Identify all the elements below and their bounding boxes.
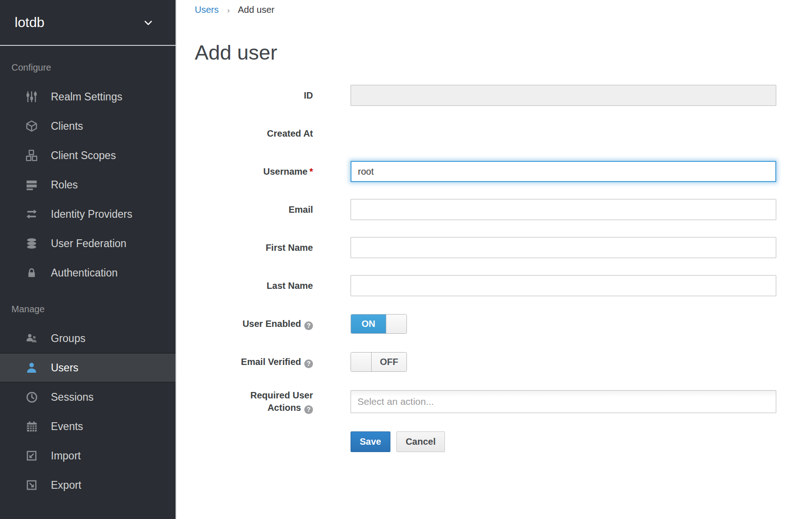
export-icon <box>24 478 39 492</box>
id-label: ID <box>195 89 313 102</box>
username-label: Username* <box>195 166 313 178</box>
sidebar-item-user-federation[interactable]: User Federation <box>0 229 176 258</box>
sidebar-item-sessions[interactable]: Sessions <box>0 382 176 412</box>
user-enabled-field-row: User Enabled? ON <box>195 313 812 334</box>
sidebar-item-events[interactable]: Events <box>0 412 176 441</box>
sidebar-item-label: Identity Providers <box>51 208 132 221</box>
sidebar-item-label: Realm Settings <box>51 91 122 103</box>
sidebar-item-identity-providers[interactable]: Identity Providers <box>0 199 176 229</box>
database-icon <box>24 236 39 251</box>
sidebar-item-import[interactable]: Import <box>0 441 176 470</box>
created-at-field-row: Created At <box>195 123 812 144</box>
chevron-down-icon <box>143 17 154 28</box>
sidebar-item-label: Users <box>51 362 78 374</box>
cubes-icon <box>24 148 39 163</box>
created-at-label: Created At <box>195 127 313 140</box>
help-icon[interactable]: ? <box>304 359 313 368</box>
email-verified-field-row: Email Verified? OFF <box>195 351 812 372</box>
sidebar-item-label: Authentication <box>51 267 118 279</box>
user-enabled-label: User Enabled? <box>195 318 313 330</box>
page-title: Add user <box>195 41 812 65</box>
toggle-handle <box>386 315 406 333</box>
help-icon[interactable]: ? <box>304 321 313 330</box>
lock-icon <box>24 265 39 280</box>
id-field-row: ID <box>195 85 812 106</box>
list-bars-icon <box>24 177 39 192</box>
breadcrumb: Users › Add user <box>176 0 812 15</box>
sidebar-item-label: Clients <box>51 120 83 133</box>
realm-name: lotdb <box>15 15 44 30</box>
users-group-icon <box>24 331 39 346</box>
sidebar-item-label: Sessions <box>51 391 93 403</box>
sidebar-item-label: Client Scopes <box>51 149 116 162</box>
sidebar-item-label: Import <box>51 450 81 462</box>
save-button[interactable]: Save <box>351 431 390 452</box>
sidebar-item-groups[interactable]: Groups <box>0 324 176 353</box>
id-input <box>351 85 776 106</box>
username-field-row: Username* <box>195 161 812 182</box>
clock-icon <box>24 390 39 404</box>
sidebar-item-label: Export <box>51 479 81 491</box>
sidebar-item-export[interactable]: Export <box>0 470 176 500</box>
breadcrumb-separator: › <box>227 6 230 15</box>
email-verified-label: Email Verified? <box>195 356 313 368</box>
first-name-label: First Name <box>195 242 313 254</box>
required-actions-label: Required User Actions? <box>226 389 313 414</box>
email-input[interactable] <box>351 199 776 220</box>
toggle-on-label: ON <box>351 315 386 333</box>
exchange-arrows-icon <box>24 207 39 221</box>
sidebar-item-label: User Federation <box>51 237 126 250</box>
sidebar-item-label: Groups <box>51 332 85 345</box>
calendar-icon <box>24 419 39 434</box>
import-icon <box>24 448 39 463</box>
sidebar-section-configure: Configure Realm Settings Clients Client … <box>0 62 176 287</box>
sidebar-section-manage: Manage Groups Users Sessions Events <box>0 304 176 500</box>
add-user-form: ID Created At Username* Email First Name <box>195 85 812 452</box>
section-title: Manage <box>0 304 176 315</box>
breadcrumb-users-link[interactable]: Users <box>195 5 219 15</box>
username-input[interactable] <box>351 161 776 182</box>
first-name-input[interactable] <box>351 237 776 258</box>
email-field-row: Email <box>195 199 812 220</box>
required-actions-select[interactable] <box>351 390 776 413</box>
form-buttons-row: Save Cancel <box>195 431 812 452</box>
cancel-button[interactable]: Cancel <box>396 431 445 452</box>
realm-selector[interactable]: lotdb <box>0 0 176 46</box>
sidebar-item-realm-settings[interactable]: Realm Settings <box>0 82 176 111</box>
first-name-field-row: First Name <box>195 237 812 258</box>
sidebar-item-label: Events <box>51 420 83 433</box>
email-label: Email <box>195 204 313 216</box>
sidebar-item-users[interactable]: Users <box>0 353 176 382</box>
sidebar-item-clients[interactable]: Clients <box>0 111 176 141</box>
last-name-input[interactable] <box>351 275 776 296</box>
breadcrumb-current: Add user <box>238 5 274 15</box>
sidebar-item-roles[interactable]: Roles <box>0 170 176 199</box>
email-verified-toggle[interactable]: OFF <box>351 352 407 372</box>
sliders-icon <box>24 89 39 104</box>
sidebar-item-authentication[interactable]: Authentication <box>0 258 176 287</box>
required-asterisk: * <box>309 166 313 177</box>
main-content: Users › Add user Add user ID Created At … <box>176 0 812 519</box>
help-icon[interactable]: ? <box>304 405 313 414</box>
section-title: Configure <box>0 62 176 73</box>
toggle-off-label: OFF <box>372 353 406 371</box>
cube-icon <box>24 119 39 133</box>
last-name-field-row: Last Name <box>195 275 812 296</box>
user-icon <box>24 360 39 375</box>
sidebar-item-client-scopes[interactable]: Client Scopes <box>0 141 176 170</box>
sidebar-item-label: Roles <box>51 179 78 191</box>
user-enabled-toggle[interactable]: ON <box>351 314 407 334</box>
required-actions-field-row: Required User Actions? <box>195 389 812 414</box>
toggle-handle <box>351 353 372 371</box>
last-name-label: Last Name <box>195 280 313 292</box>
sidebar: lotdb Configure Realm Settings Clients <box>0 0 176 519</box>
